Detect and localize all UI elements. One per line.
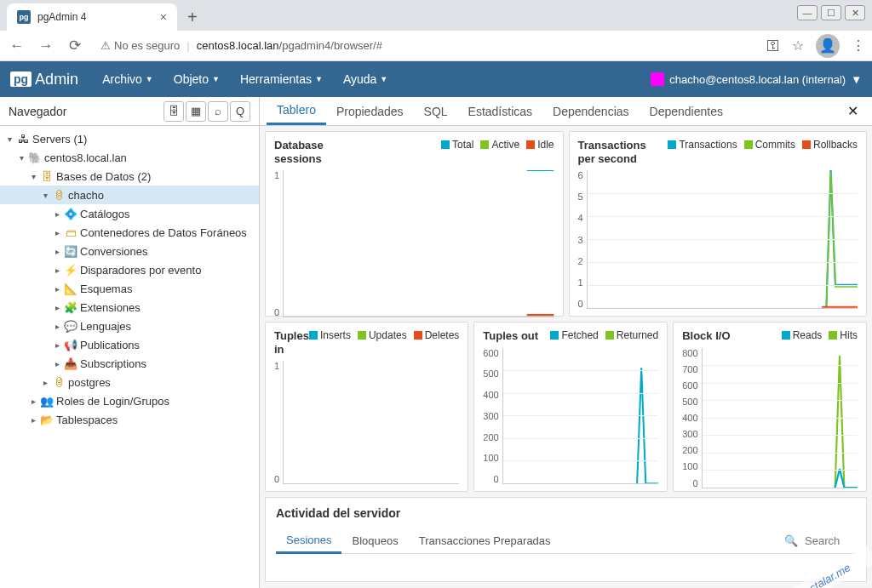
object-tree[interactable]: ▾🖧Servers (1) ▾🐘centos8.local.lan ▾🗄Base… xyxy=(0,126,260,588)
browser-toolbar: ← → ⟳ ⚠ No es seguro | centos8.local.lan… xyxy=(0,31,872,61)
search-objects-icon[interactable]: Q xyxy=(230,101,250,122)
activity-tabs: Sesiones Bloqueos Transacciones Preparad… xyxy=(276,528,856,554)
view-data-icon[interactable]: ▦ xyxy=(186,101,206,122)
tree-publications[interactable]: ▸📢Publications xyxy=(0,335,259,354)
address-bar[interactable]: ⚠ No es seguro | centos8.local.lan/pgadm… xyxy=(94,39,758,52)
forward-button[interactable]: → xyxy=(36,37,56,54)
close-button[interactable]: ✕ xyxy=(845,5,865,20)
user-menu[interactable]: chacho@centos8.local.lan (internal) ▼ xyxy=(651,72,862,86)
tree-conversions[interactable]: ▸🔄Conversiones xyxy=(0,242,259,260)
activity-title: Actividad del servidor xyxy=(276,506,856,520)
tab-estadisticas[interactable]: Estadísticas xyxy=(458,97,542,125)
menu-herramientas[interactable]: Herramientas▼ xyxy=(232,67,331,91)
url-host: centos8.local.lan xyxy=(197,39,279,52)
tree-subscriptions[interactable]: ▸📥Subscriptions xyxy=(0,354,259,373)
tree-schemas[interactable]: ▸📐Esquemas xyxy=(0,279,259,298)
logo-pg: pg xyxy=(10,71,32,87)
search-input[interactable] xyxy=(805,534,856,547)
query-tool-icon[interactable]: 🗄 xyxy=(164,101,184,122)
user-label: chacho@centos8.local.lan (internal) xyxy=(669,73,846,86)
activity-search[interactable]: 🔍 xyxy=(784,534,856,547)
minimize-button[interactable]: — xyxy=(797,5,818,20)
insecure-warning: ⚠ No es seguro xyxy=(100,39,180,52)
browser-tabbar: pg pgAdmin 4 × + xyxy=(0,0,872,31)
tab-sql[interactable]: SQL xyxy=(414,97,458,125)
close-panel-icon[interactable]: ✕ xyxy=(840,103,865,119)
tree-databases[interactable]: ▾🗄Bases de Datos (2) xyxy=(0,167,259,186)
menu-icon[interactable]: ⋮ xyxy=(852,37,865,54)
maximize-button[interactable]: ☐ xyxy=(821,5,841,20)
reload-button[interactable]: ⟳ xyxy=(65,37,85,54)
logo-admin: Admin xyxy=(35,71,78,88)
server-activity-panel: Actividad del servidor Sesiones Bloqueos… xyxy=(265,497,867,582)
sub-toolbar: Navegador 🗄 ▦ ⌕ Q Tablero Propiedades SQ… xyxy=(0,97,872,126)
tree-event-triggers[interactable]: ▸⚡Disparadores por evento xyxy=(0,260,259,279)
main-area: ▾🖧Servers (1) ▾🐘centos8.local.lan ▾🗄Base… xyxy=(0,126,872,588)
back-button[interactable]: ← xyxy=(7,37,27,54)
tree-connection[interactable]: ▾🐘centos8.local.lan xyxy=(0,148,259,167)
window-controls: — ☐ ✕ xyxy=(797,5,865,20)
panel-block-io: Block I/O Reads Hits 8007006005004003002… xyxy=(673,322,867,492)
user-icon xyxy=(651,72,664,86)
chart-plot xyxy=(283,170,554,317)
legend: Fetched Returned xyxy=(550,329,658,341)
menu-archivo[interactable]: Archivo▼ xyxy=(94,67,162,91)
tab-title: pgAdmin 4 xyxy=(37,11,86,23)
tab-close-icon[interactable]: × xyxy=(160,10,167,24)
insecure-label: No es seguro xyxy=(114,39,180,52)
panel-tuples-out: Tuples out Fetched Returned 600500400300… xyxy=(473,322,668,492)
panel-title: Transactions per second xyxy=(578,139,655,165)
tree-languages[interactable]: ▸💬Lenguajes xyxy=(0,317,259,335)
tree-db-chacho[interactable]: ▾🛢chacho xyxy=(0,186,259,204)
panel-title: Tuples out xyxy=(483,329,538,343)
bookmark-icon[interactable]: ☆ xyxy=(792,37,804,54)
search-icon[interactable]: 🔍 xyxy=(784,534,798,547)
tab-dependencias[interactable]: Dependencias xyxy=(542,97,640,125)
legend: Inserts Updates Deletes xyxy=(309,329,459,341)
pgadmin-logo[interactable]: pgAdmin xyxy=(10,71,78,88)
properties-tabs: Tablero Propiedades SQL Estadísticas Dep… xyxy=(260,97,872,125)
activity-tab-bloqueos[interactable]: Bloqueos xyxy=(341,529,408,552)
profile-avatar[interactable]: 👤 xyxy=(816,34,840,58)
tree-catalogs[interactable]: ▸💠Catálogos xyxy=(0,204,259,223)
new-tab-button[interactable]: + xyxy=(177,3,208,31)
filter-icon[interactable]: ⌕ xyxy=(208,101,228,122)
navigator-header: Navegador 🗄 ▦ ⌕ Q xyxy=(0,97,260,125)
warning-icon: ⚠ xyxy=(100,39,111,52)
panel-title: Database sessions xyxy=(274,139,351,165)
activity-tab-sesiones[interactable]: Sesiones xyxy=(276,528,341,554)
chart-plot xyxy=(283,361,459,484)
navigator-label: Navegador xyxy=(9,105,164,118)
pgadmin-header: pgAdmin Archivo▼ Objeto▼ Herramientas▼ A… xyxy=(0,61,872,97)
tree-extensions[interactable]: ▸🧩Extensiones xyxy=(0,298,259,317)
tab-propiedades[interactable]: Propiedades xyxy=(326,97,414,125)
menu-ayuda[interactable]: Ayuda▼ xyxy=(335,67,396,91)
tree-fdw[interactable]: ▸🗃Contenedores de Datos Foráneos xyxy=(0,223,259,242)
chart-plot xyxy=(702,348,858,488)
legend: Total Active Idle xyxy=(441,139,554,151)
tree-db-postgres[interactable]: ▸🛢postgres xyxy=(0,373,259,391)
tree-servers[interactable]: ▾🖧Servers (1) xyxy=(0,129,259,148)
dashboard: Database sessions Total Active Idle 10 xyxy=(260,126,872,588)
menu-objeto[interactable]: Objeto▼ xyxy=(165,67,228,91)
tree-roles[interactable]: ▸👥Roles de Login/Grupos xyxy=(0,391,259,410)
key-icon[interactable]: ⚿ xyxy=(766,38,780,54)
tab-tablero[interactable]: Tablero xyxy=(267,97,326,125)
panel-tuples-in: Tuples in Inserts Updates Deletes 10 xyxy=(265,322,468,492)
url-path: /pgadmin4/browser/# xyxy=(279,39,382,52)
main-menu: Archivo▼ Objeto▼ Herramientas▼ Ayuda▼ xyxy=(94,67,396,91)
tab-dependientes[interactable]: Dependientes xyxy=(640,97,733,125)
panel-title: Block I/O xyxy=(682,329,730,343)
legend: Reads Hits xyxy=(782,329,858,341)
browser-tab[interactable]: pg pgAdmin 4 × xyxy=(7,3,177,31)
chart-plot xyxy=(587,170,858,309)
activity-tab-transacciones[interactable]: Transacciones Preparadas xyxy=(409,529,561,552)
legend: Transactions Commits Rollbacks xyxy=(668,139,858,151)
chart-plot xyxy=(502,348,658,484)
panel-sessions: Database sessions Total Active Idle 10 xyxy=(265,131,564,317)
favicon-icon: pg xyxy=(17,10,31,24)
panel-tps: Transactions per second Transactions Com… xyxy=(569,131,868,317)
chevron-down-icon: ▼ xyxy=(851,73,862,86)
tree-tablespaces[interactable]: ▸📂Tablespaces xyxy=(0,410,259,429)
panel-title: Tuples in xyxy=(274,329,309,356)
